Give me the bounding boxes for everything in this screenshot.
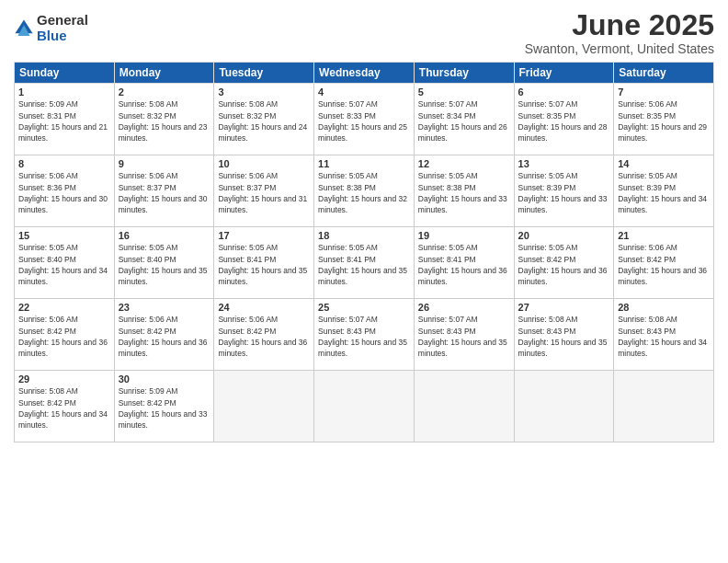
daylight-hours: Daylight: 15 hours and 33 minutes. (418, 194, 507, 214)
day-number: 4 (318, 86, 410, 98)
sunrise-time: Sunrise: 5:07 AM (418, 99, 478, 109)
calendar-week-row: 8 Sunrise: 5:06 AM Sunset: 8:36 PM Dayli… (15, 155, 714, 227)
sunset-time: Sunset: 8:32 PM (119, 111, 176, 121)
day-number: 22 (18, 302, 110, 313)
sunset-time: Sunset: 8:42 PM (218, 327, 276, 336)
daylight-hours: Daylight: 15 hours and 34 minutes. (18, 266, 108, 286)
table-row: 13 Sunrise: 5:05 AM Sunset: 8:39 PM Dayl… (514, 155, 614, 227)
location-title: Swanton, Vermont, United States (525, 41, 714, 56)
table-row: 29 Sunrise: 5:08 AM Sunset: 8:42 PM Dayl… (15, 371, 115, 442)
day-number: 23 (119, 302, 210, 313)
sunrise-time: Sunrise: 5:06 AM (618, 99, 677, 109)
day-info: Sunrise: 5:05 AM Sunset: 8:38 PM Dayligh… (318, 170, 410, 215)
calendar: Sunday Monday Tuesday Wednesday Thursday… (14, 62, 714, 442)
day-info: Sunrise: 5:08 AM Sunset: 8:42 PM Dayligh… (18, 385, 110, 431)
day-info: Sunrise: 5:06 AM Sunset: 8:42 PM Dayligh… (618, 242, 710, 287)
table-row: 17 Sunrise: 5:05 AM Sunset: 8:41 PM Dayl… (214, 227, 314, 299)
daylight-hours: Daylight: 15 hours and 25 minutes. (318, 122, 407, 143)
sunrise-time: Sunrise: 5:05 AM (618, 171, 677, 180)
sunset-time: Sunset: 8:40 PM (18, 255, 76, 264)
day-info: Sunrise: 5:07 AM Sunset: 8:43 PM Dayligh… (318, 314, 410, 359)
sunset-time: Sunset: 8:42 PM (618, 255, 676, 264)
day-info: Sunrise: 5:05 AM Sunset: 8:41 PM Dayligh… (318, 242, 410, 287)
table-row: 4 Sunrise: 5:07 AM Sunset: 8:33 PM Dayli… (314, 84, 415, 155)
table-row: 16 Sunrise: 5:05 AM Sunset: 8:40 PM Dayl… (114, 227, 214, 299)
sunset-time: Sunset: 8:43 PM (418, 327, 476, 336)
daylight-hours: Daylight: 15 hours and 30 minutes. (18, 194, 108, 214)
daylight-hours: Daylight: 15 hours and 23 minutes. (119, 122, 208, 143)
logo: General Blue (14, 13, 88, 43)
logo-general: General (37, 13, 88, 29)
table-row: 9 Sunrise: 5:06 AM Sunset: 8:37 PM Dayli… (114, 155, 214, 227)
sunset-time: Sunset: 8:41 PM (318, 255, 376, 264)
sunrise-time: Sunrise: 5:08 AM (218, 99, 278, 109)
daylight-hours: Daylight: 15 hours and 36 minutes. (18, 338, 108, 358)
col-wednesday: Wednesday (314, 63, 415, 84)
day-number: 26 (418, 302, 510, 313)
table-row: 15 Sunrise: 5:05 AM Sunset: 8:40 PM Dayl… (15, 227, 115, 299)
daylight-hours: Daylight: 15 hours and 36 minutes. (518, 266, 608, 286)
daylight-hours: Daylight: 15 hours and 35 minutes. (318, 338, 407, 358)
day-number: 16 (119, 230, 210, 241)
col-friday: Friday (514, 63, 614, 84)
day-number: 9 (119, 158, 210, 169)
day-number: 14 (618, 158, 710, 169)
table-row: 19 Sunrise: 5:05 AM Sunset: 8:41 PM Dayl… (414, 227, 514, 299)
sunrise-time: Sunrise: 5:05 AM (418, 171, 478, 180)
sunrise-time: Sunrise: 5:06 AM (119, 171, 178, 180)
day-number: 20 (518, 230, 610, 241)
sunset-time: Sunset: 8:31 PM (18, 111, 76, 121)
table-row: 20 Sunrise: 5:05 AM Sunset: 8:42 PM Dayl… (514, 227, 614, 299)
table-row: 7 Sunrise: 5:06 AM Sunset: 8:35 PM Dayli… (614, 84, 714, 155)
daylight-hours: Daylight: 15 hours and 26 minutes. (418, 122, 507, 143)
sunset-time: Sunset: 8:32 PM (218, 111, 276, 121)
sunset-time: Sunset: 8:39 PM (618, 183, 676, 192)
sunset-time: Sunset: 8:39 PM (518, 183, 576, 192)
day-info: Sunrise: 5:06 AM Sunset: 8:37 PM Dayligh… (119, 170, 210, 215)
day-info: Sunrise: 5:06 AM Sunset: 8:37 PM Dayligh… (218, 170, 310, 215)
day-info: Sunrise: 5:05 AM Sunset: 8:38 PM Dayligh… (418, 170, 510, 215)
sunset-time: Sunset: 8:42 PM (119, 398, 176, 408)
daylight-hours: Daylight: 15 hours and 34 minutes. (618, 338, 707, 358)
day-info: Sunrise: 5:07 AM Sunset: 8:35 PM Dayligh… (518, 98, 610, 144)
day-info: Sunrise: 5:09 AM Sunset: 8:42 PM Dayligh… (119, 385, 210, 431)
table-row (314, 371, 415, 442)
table-row: 18 Sunrise: 5:05 AM Sunset: 8:41 PM Dayl… (314, 227, 415, 299)
table-row: 1 Sunrise: 5:09 AM Sunset: 8:31 PM Dayli… (15, 84, 115, 155)
sunrise-time: Sunrise: 5:06 AM (218, 315, 278, 324)
day-info: Sunrise: 5:05 AM Sunset: 8:41 PM Dayligh… (418, 242, 510, 287)
day-number: 2 (119, 86, 210, 98)
sunset-time: Sunset: 8:41 PM (418, 255, 476, 264)
col-tuesday: Tuesday (214, 63, 314, 84)
sunrise-time: Sunrise: 5:07 AM (518, 99, 578, 109)
day-info: Sunrise: 5:08 AM Sunset: 8:43 PM Dayligh… (618, 314, 710, 359)
sunset-time: Sunset: 8:38 PM (418, 183, 476, 192)
sunset-time: Sunset: 8:38 PM (318, 183, 376, 192)
daylight-hours: Daylight: 15 hours and 33 minutes. (518, 194, 608, 214)
daylight-hours: Daylight: 15 hours and 30 minutes. (119, 194, 208, 214)
daylight-hours: Daylight: 15 hours and 24 minutes. (218, 122, 307, 143)
sunrise-time: Sunrise: 5:05 AM (318, 243, 378, 252)
day-number: 7 (618, 86, 710, 98)
daylight-hours: Daylight: 15 hours and 35 minutes. (119, 266, 208, 286)
day-info: Sunrise: 5:05 AM Sunset: 8:42 PM Dayligh… (518, 242, 610, 287)
table-row: 23 Sunrise: 5:06 AM Sunset: 8:42 PM Dayl… (114, 299, 214, 371)
table-row: 27 Sunrise: 5:08 AM Sunset: 8:43 PM Dayl… (514, 299, 614, 371)
day-info: Sunrise: 5:08 AM Sunset: 8:32 PM Dayligh… (218, 98, 310, 144)
sunrise-time: Sunrise: 5:05 AM (418, 243, 478, 252)
daylight-hours: Daylight: 15 hours and 34 minutes. (18, 409, 108, 430)
daylight-hours: Daylight: 15 hours and 35 minutes. (218, 266, 307, 286)
logo-text: General Blue (37, 13, 88, 43)
day-number: 8 (18, 158, 110, 169)
day-info: Sunrise: 5:05 AM Sunset: 8:41 PM Dayligh… (218, 242, 310, 287)
day-number: 12 (418, 158, 510, 169)
day-number: 5 (418, 86, 510, 98)
sunset-time: Sunset: 8:42 PM (18, 327, 76, 336)
table-row: 8 Sunrise: 5:06 AM Sunset: 8:36 PM Dayli… (15, 155, 115, 227)
day-info: Sunrise: 5:05 AM Sunset: 8:40 PM Dayligh… (119, 242, 210, 287)
table-row: 6 Sunrise: 5:07 AM Sunset: 8:35 PM Dayli… (514, 84, 614, 155)
sunrise-time: Sunrise: 5:05 AM (218, 243, 278, 252)
day-info: Sunrise: 5:05 AM Sunset: 8:40 PM Dayligh… (18, 242, 110, 287)
day-number: 29 (18, 373, 110, 385)
sunrise-time: Sunrise: 5:07 AM (418, 315, 478, 324)
